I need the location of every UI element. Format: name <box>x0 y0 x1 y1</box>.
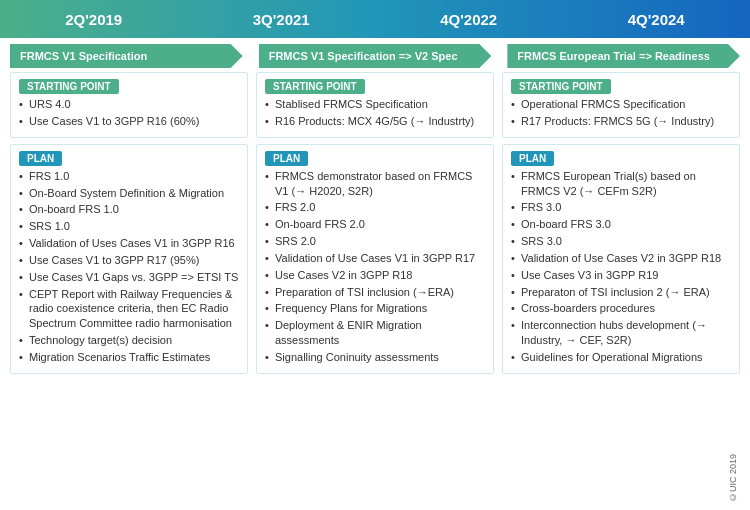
col3-starting-block: STARTING POINT Operational FRMCS Specifi… <box>502 72 740 138</box>
col1-starting-label: STARTING POINT <box>19 79 119 94</box>
list-item: On-board FRS 1.0 <box>19 202 239 217</box>
list-item: Preparation of TSI inclusion (→ERA) <box>265 285 485 300</box>
col3-plan-block: PLAN FRMCS European Trial(s) based on FR… <box>502 144 740 374</box>
list-item: Validation of Uses Cases V1 in 3GPP R16 <box>19 236 239 251</box>
list-item: Use Cases V1 to 3GPP R17 (95%) <box>19 253 239 268</box>
list-item: Preparaton of TSI inclusion 2 (→ ERA) <box>511 285 731 300</box>
list-item: Interconnection hubs development (→ Indu… <box>511 318 731 348</box>
column-1: STARTING POINT URS 4.0 Use Cases V1 to 3… <box>10 72 248 472</box>
list-item: FRS 1.0 <box>19 169 239 184</box>
col3-starting-label: STARTING POINT <box>511 79 611 94</box>
col2-plan-block: PLAN FRMCS demonstrator based on FRMCS V… <box>256 144 494 374</box>
list-item: URS 4.0 <box>19 97 239 112</box>
list-item: Technology target(s) decision <box>19 333 239 348</box>
list-item: Signalling Coninuity assessments <box>265 350 485 365</box>
col1-starting-list: URS 4.0 Use Cases V1 to 3GPP R16 (60%) <box>19 97 239 129</box>
copyright: ©UIC 2019 <box>728 452 738 502</box>
list-item: Deployment & ENIR Migration assessments <box>265 318 485 348</box>
list-item: FRMCS European Trial(s) based on FRMCS V… <box>511 169 731 199</box>
timeline-label-1: 2Q'2019 <box>0 11 188 28</box>
phase-header-1: FRMCS V1 Specification <box>10 44 243 68</box>
list-item: Migration Scenarios Traffic Estimates <box>19 350 239 365</box>
list-item: Operational FRMCS Specification <box>511 97 731 112</box>
col1-plan-list: FRS 1.0 On-Board System Definition & Mig… <box>19 169 239 365</box>
list-item: SRS 2.0 <box>265 234 485 249</box>
col3-starting-list: Operational FRMCS Specification R17 Prod… <box>511 97 731 129</box>
col2-plan-list: FRMCS demonstrator based on FRMCS V1 (→ … <box>265 169 485 365</box>
timeline-label-2: 3Q'2021 <box>188 11 376 28</box>
list-item: Use Cases V2 in 3GPP R18 <box>265 268 485 283</box>
list-item: Frequency Plans for Migrations <box>265 301 485 316</box>
list-item: Use Cases V1 Gaps vs. 3GPP => ETSI TS <box>19 270 239 285</box>
list-item: On-board FRS 2.0 <box>265 217 485 232</box>
col2-plan-label: PLAN <box>265 151 308 166</box>
list-item: Cross-boarders procedures <box>511 301 731 316</box>
col1-plan-label: PLAN <box>19 151 62 166</box>
list-item: Use Cases V3 in 3GPP R19 <box>511 268 731 283</box>
phase-header-3: FRMCS European Trial => Readiness <box>507 44 740 68</box>
list-item: R17 Products: FRMCS 5G (→ Industry) <box>511 114 731 129</box>
list-item: CEPT Report with Railway Frequencies & r… <box>19 287 239 332</box>
col3-plan-list: FRMCS European Trial(s) based on FRMCS V… <box>511 169 731 365</box>
list-item: Use Cases V1 to 3GPP R16 (60%) <box>19 114 239 129</box>
list-item: FRMCS demonstrator based on FRMCS V1 (→ … <box>265 169 485 199</box>
timeline-label-3: 4Q'2022 <box>375 11 563 28</box>
list-item: Validation of Use Cases V2 in 3GPP R18 <box>511 251 731 266</box>
col2-starting-label: STARTING POINT <box>265 79 365 94</box>
timeline-label-4: 4Q'2024 <box>563 11 751 28</box>
list-item: Guidelines for Operational Migrations <box>511 350 731 365</box>
column-3: STARTING POINT Operational FRMCS Specifi… <box>502 72 740 472</box>
list-item: On-board FRS 3.0 <box>511 217 731 232</box>
list-item: Validation of Use Cases V1 in 3GPP R17 <box>265 251 485 266</box>
col1-plan-block: PLAN FRS 1.0 On-Board System Definition … <box>10 144 248 374</box>
list-item: SRS 1.0 <box>19 219 239 234</box>
phase-headers: FRMCS V1 Specification FRMCS V1 Specific… <box>0 38 750 72</box>
col2-starting-list: Stablised FRMCS Specification R16 Produc… <box>265 97 485 129</box>
list-item: FRS 3.0 <box>511 200 731 215</box>
col1-starting-block: STARTING POINT URS 4.0 Use Cases V1 to 3… <box>10 72 248 138</box>
column-2: STARTING POINT Stablised FRMCS Specifica… <box>256 72 494 472</box>
col3-plan-label: PLAN <box>511 151 554 166</box>
list-item: SRS 3.0 <box>511 234 731 249</box>
content-area: STARTING POINT URS 4.0 Use Cases V1 to 3… <box>0 72 750 472</box>
list-item: R16 Products: MCX 4G/5G (→ Industrty) <box>265 114 485 129</box>
list-item: Stablised FRMCS Specification <box>265 97 485 112</box>
timeline-bar: 2Q'2019 3Q'2021 4Q'2022 4Q'2024 <box>0 0 750 38</box>
col2-starting-block: STARTING POINT Stablised FRMCS Specifica… <box>256 72 494 138</box>
list-item: On-Board System Definition & Migration <box>19 186 239 201</box>
list-item: FRS 2.0 <box>265 200 485 215</box>
phase-header-2: FRMCS V1 Specification => V2 Spec <box>259 44 492 68</box>
